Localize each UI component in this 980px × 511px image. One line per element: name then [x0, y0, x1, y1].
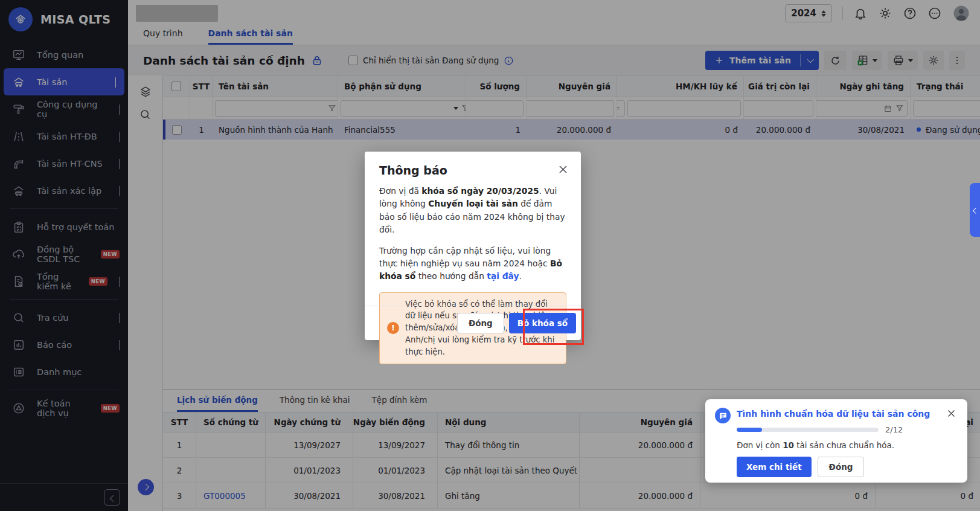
- close-icon[interactable]: [946, 408, 956, 419]
- toast-message: Đơn vị còn 10 tài sản chưa chuẩn hóa.: [737, 440, 956, 450]
- chat-bubble-icon: [715, 408, 731, 423]
- modal-paragraph-2: Trường hợp cần cập nhật số liệu, vui lòn…: [379, 245, 566, 283]
- right-panel-toggle[interactable]: [970, 183, 980, 237]
- toast-title: Tình hình chuẩn hóa dữ liệu tài sản công: [737, 409, 930, 419]
- modal-paragraph-1: Đơn vị đã khóa sổ ngày 20/03/2025. Vui l…: [379, 185, 566, 237]
- modal-title: Thông báo: [365, 152, 581, 177]
- modal-footer: Đóng Bỏ khóa sổ: [365, 306, 581, 340]
- progress-bar: [737, 428, 879, 432]
- modal-close-button[interactable]: Đóng: [457, 313, 504, 333]
- tai-day-link[interactable]: tại đây: [487, 271, 519, 281]
- progress-label: 2/12: [885, 425, 903, 434]
- view-details-button[interactable]: Xem chi tiết: [737, 457, 812, 477]
- toast-close-button[interactable]: Đóng: [818, 457, 865, 477]
- close-icon[interactable]: [557, 164, 569, 175]
- standardization-toast: Tình hình chuẩn hóa dữ liệu tài sản công…: [705, 399, 967, 483]
- progress-fill: [737, 428, 762, 432]
- notification-modal: Thông báo Đơn vị đã khóa sổ ngày 20/03/2…: [365, 152, 581, 340]
- unlock-books-button[interactable]: Bỏ khóa sổ: [509, 313, 576, 333]
- chevron-left-icon: [973, 208, 979, 214]
- misa-qlts-app: MISA QLTS Tổng quan Tài sản Công cụ dụng…: [0, 0, 980, 511]
